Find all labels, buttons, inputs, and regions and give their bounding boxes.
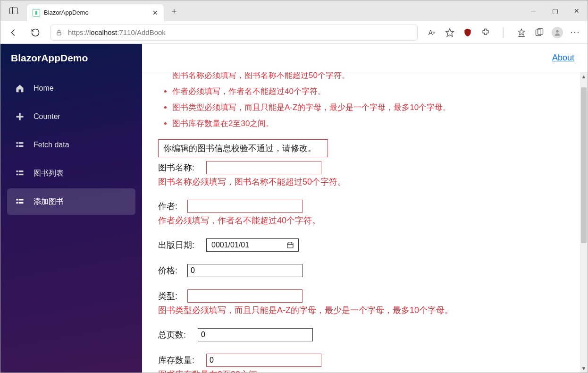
favorite-icon[interactable] [444, 27, 455, 38]
nav-label: 图书列表 [34, 169, 64, 178]
validation-banner: 你编辑的图书信息校验不通过，请修改。 [158, 139, 328, 157]
brand-title: BlazorAppDemo [0, 44, 142, 75]
nav-home[interactable]: Home [7, 75, 135, 102]
label-price: 价格: [158, 265, 182, 276]
browser-tab[interactable]: ▮ BlazorAppDemo ✕ [27, 4, 164, 21]
sidebar: BlazorAppDemo Home Counter Fetch data 图书… [0, 44, 142, 373]
menu-icon[interactable]: ··· [570, 27, 581, 38]
input-price[interactable] [187, 264, 302, 277]
about-link[interactable]: About [552, 53, 574, 63]
favorites-bar-icon[interactable] [516, 27, 527, 38]
address-bar: https://localhost:7110/AddBook A» │ [0, 21, 588, 44]
url-text: https://localhost:7110/AddBook [68, 28, 166, 36]
refresh-button[interactable] [29, 26, 42, 39]
scroll-thumb[interactable] [581, 87, 587, 243]
label-pubdate: 出版日期: [158, 239, 201, 251]
scroll-region: 图书名称必须填写，图书名称不能超过50个字符。 作者必须填写，作者名不能超过40… [142, 72, 588, 373]
vertical-scrollbar[interactable]: ▲ ▼ [580, 72, 588, 373]
nav-add-book[interactable]: 添加图书 [7, 188, 135, 215]
label-pages: 总页数: [158, 329, 192, 340]
profile-avatar[interactable] [552, 27, 563, 38]
error-item: 作者必须填写，作者名不能超过40个字符。 [172, 84, 579, 100]
toolbar-right: A» │ ··· [426, 27, 581, 38]
input-name[interactable] [206, 161, 321, 174]
row-pages: 总页数: [158, 328, 579, 341]
nav-book-list[interactable]: 图书列表 [7, 160, 135, 186]
input-stock[interactable] [206, 354, 321, 367]
svg-rect-11 [17, 170, 18, 172]
tab-overview-button[interactable] [0, 0, 27, 21]
label-stock: 库存数量: [158, 355, 201, 366]
url-box[interactable]: https://localhost:7110/AddBook [50, 25, 418, 41]
nav-label: Home [34, 84, 54, 93]
adblock-icon[interactable] [462, 27, 473, 38]
lock-icon [56, 29, 62, 36]
input-author[interactable] [187, 200, 302, 213]
titlebar: ▮ BlazorAppDemo ✕ ＋ [0, 0, 588, 21]
svg-marker-1 [446, 28, 454, 36]
list-icon [15, 196, 25, 207]
minimize-button[interactable] [522, 0, 544, 21]
nav-list: Home Counter Fetch data 图书列表 添加图书 [0, 75, 142, 215]
calendar-icon[interactable] [286, 241, 294, 249]
row-price: 价格: [158, 264, 579, 277]
svg-rect-12 [19, 170, 24, 172]
error-item: 图书类型必须填写，而且只能是A-Z的字母，最少是一个字母，最多10个字母。 [172, 100, 579, 116]
input-type[interactable] [187, 289, 302, 303]
error-item: 图书名称必须填写，图书名称不能超过50个字符。 [172, 72, 579, 84]
close-window-button[interactable] [566, 0, 588, 21]
back-button[interactable] [7, 26, 20, 39]
svg-point-6 [556, 30, 558, 32]
top-bar: About [142, 44, 588, 72]
svg-rect-14 [19, 174, 24, 175]
list-icon [15, 140, 25, 150]
row-author: 作者: [158, 200, 579, 213]
new-tab-button[interactable]: ＋ [167, 3, 182, 18]
svg-rect-19 [287, 243, 293, 248]
label-name: 图书名称: [158, 162, 201, 173]
svg-rect-8 [19, 142, 24, 144]
error-stock: 图书库存数量在2至30之间。 [158, 369, 579, 373]
pubdate-value: 0001/01/01 [211, 241, 249, 249]
nav-label: Fetch data [34, 141, 69, 149]
close-tab-icon[interactable]: ✕ [151, 9, 159, 17]
row-name: 图书名称: [158, 161, 579, 174]
list-icon [15, 168, 25, 178]
error-name: 图书名称必须填写，图书名称不能超过50个字符。 [158, 176, 579, 187]
svg-marker-2 [518, 29, 524, 35]
error-item: 图书库存数量在2至30之间。 [172, 116, 579, 132]
input-pages[interactable] [198, 328, 313, 341]
browser-window: ▮ BlazorAppDemo ✕ ＋ https://localhost:71… [0, 0, 588, 373]
nav-label: Counter [34, 112, 60, 121]
content-area: BlazorAppDemo Home Counter Fetch data 图书… [0, 44, 588, 373]
favicon: ▮ [33, 9, 40, 17]
row-type: 类型: [158, 289, 579, 303]
input-pubdate[interactable]: 0001/01/01 [206, 238, 299, 252]
extensions-icon[interactable] [480, 27, 491, 38]
error-author: 作者必须填写，作者名不能超过40个字符。 [158, 215, 579, 226]
scroll-up-icon[interactable]: ▲ [580, 72, 588, 81]
read-aloud-icon[interactable]: A» [426, 27, 437, 38]
main-panel: About 图书名称必须填写，图书名称不能超过50个字符。 作者必须填写，作者名… [142, 44, 588, 373]
row-pubdate: 出版日期: 0001/01/01 [158, 238, 579, 252]
nav-label: 添加图书 [34, 197, 64, 207]
row-stock: 库存数量: [158, 354, 579, 367]
svg-rect-17 [17, 202, 18, 203]
label-type: 类型: [158, 290, 182, 302]
collections-icon[interactable] [534, 27, 545, 38]
svg-rect-7 [17, 142, 18, 144]
svg-rect-15 [17, 199, 18, 200]
divider: │ [498, 27, 509, 38]
error-type: 图书类型必须填写，而且只能是A-Z的字母，最少是一个字母，最多10个字母。 [158, 305, 579, 316]
validation-summary-list: 图书名称必须填写，图书名称不能超过50个字符。 作者必须填写，作者名不能超过40… [158, 72, 579, 132]
plus-icon [15, 111, 25, 122]
maximize-button[interactable] [544, 0, 566, 21]
svg-rect-13 [17, 174, 18, 175]
window-controls [522, 0, 588, 21]
nav-counter[interactable]: Counter [7, 103, 135, 130]
scroll-down-icon[interactable]: ▼ [580, 364, 588, 373]
nav-fetch-data[interactable]: Fetch data [7, 132, 135, 158]
label-author: 作者: [158, 201, 182, 212]
svg-rect-10 [19, 145, 24, 147]
home-icon [15, 83, 25, 93]
